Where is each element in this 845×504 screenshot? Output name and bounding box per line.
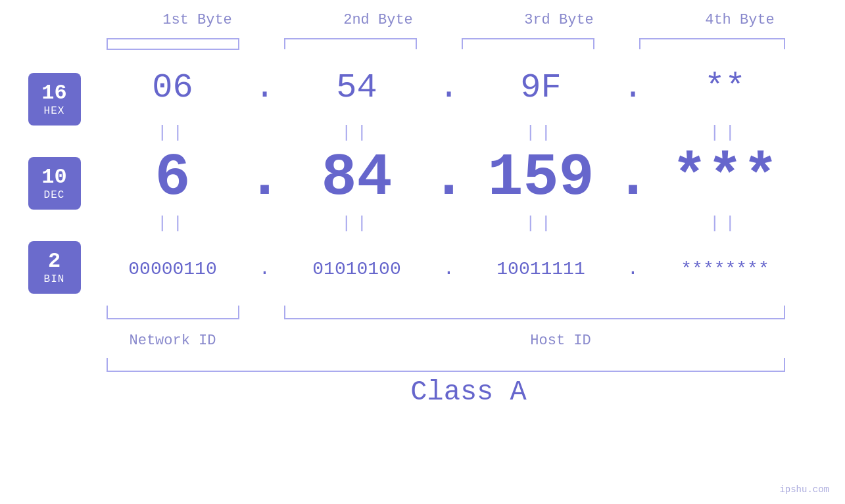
byte3-header: 3rd Byte (487, 12, 631, 28)
eq1-b2: || (285, 123, 429, 143)
hex-dot3: . (614, 68, 653, 107)
hex-values-row: 06 . 54 . 9F . ** (101, 55, 837, 120)
host-id-label: Host ID (285, 332, 837, 349)
dec-dot3: . (614, 145, 653, 212)
watermark: ipshu.com (779, 484, 829, 495)
dec-byte3: 159 (469, 145, 614, 212)
equals-row-1: || || || || (101, 120, 837, 145)
byte-headers-row: 1st Byte 2nd Byte 3rd Byte 4th Byte (107, 12, 831, 28)
byte4-header: 4th Byte (667, 12, 812, 28)
hex-dot1: . (245, 68, 285, 107)
eq2-b1: || (101, 214, 245, 233)
dec-dot2: . (429, 145, 469, 212)
hex-name: HEX (44, 105, 65, 117)
top-bracket-svg (101, 34, 837, 52)
dec-byte4: *** (653, 145, 798, 212)
hex-byte2: 54 (285, 68, 429, 107)
content-area: 06 . 54 . 9F . ** || || || || 6 . (101, 34, 837, 408)
bin-num: 2 (48, 250, 60, 273)
main-grid: 16 HEX 10 DEC 2 BIN (9, 34, 837, 408)
top-bracket-row (101, 34, 837, 52)
byte2-header: 2nd Byte (306, 12, 450, 28)
bin-byte3: 10011111 (469, 259, 614, 279)
bottom-bracket-svg (101, 306, 837, 327)
hex-byte3: 9F (469, 68, 614, 107)
bin-badge: 2 BIN (28, 241, 81, 294)
class-bracket-svg (101, 358, 837, 377)
eq2-b2: || (285, 214, 429, 233)
hex-byte4: ** (653, 68, 798, 107)
main-container: 1st Byte 2nd Byte 3rd Byte 4th Byte 16 H… (0, 0, 845, 504)
dec-values-row: 6 . 84 . 159 . *** (101, 145, 837, 211)
eq1-b4: || (653, 123, 798, 143)
bin-byte1: 00000110 (101, 259, 245, 279)
class-bracket-container (101, 358, 837, 377)
dec-name: DEC (44, 189, 65, 201)
bin-dot1: . (245, 259, 285, 279)
id-labels-row: Network ID Host ID (101, 327, 837, 354)
dec-badge: 10 DEC (28, 157, 81, 210)
bin-dot2: . (429, 259, 469, 279)
dec-byte1: 6 (101, 145, 245, 212)
bin-values-row: 00000110 . 01010100 . 10011111 . *******… (101, 236, 837, 302)
network-id-label: Network ID (101, 332, 245, 349)
hex-byte1: 06 (101, 68, 245, 107)
class-label: Class A (410, 377, 526, 408)
eq2-b3: || (469, 214, 614, 233)
bin-name: BIN (44, 273, 65, 285)
eq2-b4: || (653, 214, 798, 233)
bin-byte4: ******** (653, 259, 798, 279)
bin-dot3: . (614, 259, 653, 279)
hex-num: 16 (41, 81, 66, 104)
hex-badge: 16 HEX (28, 73, 81, 126)
equals-row-2: || || || || (101, 211, 837, 236)
dec-byte2: 84 (285, 145, 429, 212)
byte1-header: 1st Byte (125, 12, 270, 28)
class-label-container: Class A (101, 377, 837, 408)
bottom-bracket-row (101, 306, 837, 327)
hex-dot2: . (429, 68, 469, 107)
eq1-b1: || (101, 123, 245, 143)
dec-dot1: . (245, 145, 285, 212)
svg-rect-0 (107, 39, 239, 49)
dec-num: 10 (41, 166, 66, 189)
eq1-b3: || (469, 123, 614, 143)
base-badges-column: 16 HEX 10 DEC 2 BIN (28, 73, 81, 294)
bin-byte2: 01010100 (285, 259, 429, 279)
